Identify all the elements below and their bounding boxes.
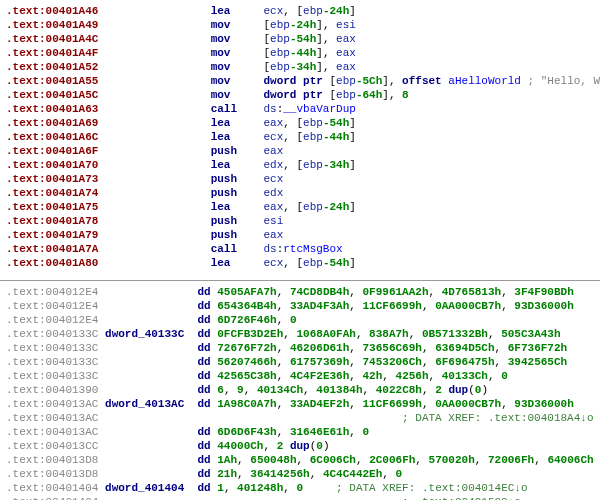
disasm-top-section: .text:00401A46 lea ecx, [ebp-24h].text:0…: [0, 0, 600, 280]
data-row: .text:0040133C dd 42565C38h, 4C4F2E36h, …: [6, 369, 594, 383]
data-row: .text:004012E4 dd 4505AFA7h, 74CD8DB4h, …: [6, 285, 594, 299]
address: .text:00401A73: [6, 173, 98, 185]
directive: dd: [197, 398, 210, 410]
mnemonic: lea: [211, 201, 264, 213]
mnemonic: mov: [211, 75, 264, 87]
address: .text:00401A69: [6, 117, 98, 129]
disasm-row: .text:00401A6F push eax: [6, 144, 594, 158]
data-row: .text:00401404 ; .text:00401580↓o ...: [6, 495, 594, 500]
mnemonic: call: [211, 103, 264, 115]
data-row: .text:0040133C dword_40133C dd 0FCFB3D2E…: [6, 327, 594, 341]
disasm-row: .text:00401A4C mov [ebp-54h], eax: [6, 32, 594, 46]
address: .text:00401404: [6, 482, 98, 494]
mnemonic: push: [211, 173, 264, 185]
address: .text:00401A49: [6, 19, 98, 31]
directive: dd: [197, 342, 210, 354]
mnemonic: push: [211, 215, 264, 227]
address: .text:00401A74: [6, 187, 98, 199]
disasm-row: .text:00401A75 lea eax, [ebp-24h]: [6, 200, 594, 214]
address: .text:00401A79: [6, 229, 98, 241]
mnemonic: call: [211, 243, 264, 255]
address: .text:0040133C: [6, 342, 98, 354]
mnemonic: mov: [211, 89, 264, 101]
data-row: .text:0040133C dd 56207466h, 61757369h, …: [6, 355, 594, 369]
mnemonic: lea: [211, 5, 264, 17]
data-row: .text:004013D8 dd 21h, 36414256h, 4C4C44…: [6, 467, 594, 481]
data-row: .text:0040133C dd 72676F72h, 46206D61h, …: [6, 341, 594, 355]
data-row: .text:004013AC dd 6D6D6F43h, 31646E61h, …: [6, 425, 594, 439]
mnemonic: mov: [211, 61, 264, 73]
mnemonic: push: [211, 187, 264, 199]
address: .text:0040133C: [6, 328, 98, 340]
data-row: .text:004013CC dd 44000Ch, 2 dup(0): [6, 439, 594, 453]
directive: dd: [197, 426, 210, 438]
directive: dd: [197, 370, 210, 382]
address: .text:00401A78: [6, 215, 98, 227]
directive: dd: [197, 314, 210, 326]
disasm-row: .text:00401A5C mov dword ptr [ebp-64h], …: [6, 88, 594, 102]
address: .text:00401A75: [6, 201, 98, 213]
address: .text:004013CC: [6, 440, 98, 452]
disasm-row: .text:00401A80 lea ecx, [ebp-54h]: [6, 256, 594, 270]
address: .text:00401A52: [6, 61, 98, 73]
address: .text:00401A6F: [6, 145, 98, 157]
directive: dd: [197, 286, 210, 298]
address: .text:00401A6C: [6, 131, 98, 143]
disasm-row: .text:00401A46 lea ecx, [ebp-24h]: [6, 4, 594, 18]
disasm-row: .text:00401A69 lea eax, [ebp-54h]: [6, 116, 594, 130]
disasm-row: .text:00401A4F mov [ebp-44h], eax: [6, 46, 594, 60]
address: .text:00401A7A: [6, 243, 98, 255]
address: .text:004013AC: [6, 398, 98, 410]
disasm-row: .text:00401A63 call ds:__vbaVarDup: [6, 102, 594, 116]
address: .text:004013AC: [6, 426, 98, 438]
address: .text:004012E4: [6, 300, 98, 312]
mnemonic: lea: [211, 257, 264, 269]
address: .text:004013D8: [6, 454, 98, 466]
data-row: .text:004013AC ; DATA XREF: .text:004018…: [6, 411, 594, 425]
address: .text:00401A55: [6, 75, 98, 87]
address: .text:0040133C: [6, 370, 98, 382]
disasm-row: .text:00401A79 push eax: [6, 228, 594, 242]
data-row: .text:00401404 dword_401404 dd 1, 401248…: [6, 481, 594, 495]
address: .text:004012E4: [6, 286, 98, 298]
directive: dd: [197, 454, 210, 466]
mnemonic: mov: [211, 33, 264, 45]
mnemonic: mov: [211, 47, 264, 59]
directive: dd: [197, 356, 210, 368]
directive: dd: [197, 440, 210, 452]
directive: dd: [197, 384, 210, 396]
disasm-row: .text:00401A6C lea ecx, [ebp-44h]: [6, 130, 594, 144]
address: .text:00401390: [6, 384, 98, 396]
directive: dd: [197, 482, 210, 494]
mnemonic: mov: [211, 19, 264, 31]
mnemonic: lea: [211, 117, 264, 129]
disasm-row: .text:00401A73 push ecx: [6, 172, 594, 186]
address: .text:00401A46: [6, 5, 98, 17]
disasm-row: .text:00401A52 mov [ebp-34h], eax: [6, 60, 594, 74]
data-row: .text:004013D8 dd 1Ah, 650048h, 6C006Ch,…: [6, 453, 594, 467]
data-row: .text:004012E4 dd 6D726F46h, 0: [6, 313, 594, 327]
directive: dd: [197, 300, 210, 312]
directive: dd: [197, 468, 210, 480]
disasm-row: .text:00401A78 push esi: [6, 214, 594, 228]
address: .text:00401A80: [6, 257, 98, 269]
disasm-row: .text:00401A7A call ds:rtcMsgBox: [6, 242, 594, 256]
directive: dd: [197, 328, 210, 340]
address: .text:00401404: [6, 496, 98, 500]
address: .text:00401A63: [6, 103, 98, 115]
data-row: .text:00401390 dd 6, 9, 40134Ch, 401384h…: [6, 383, 594, 397]
mnemonic: push: [211, 229, 264, 241]
address: .text:0040133C: [6, 356, 98, 368]
address: .text:004013AC: [6, 412, 98, 424]
mnemonic: lea: [211, 159, 264, 171]
data-row: .text:004012E4 dd 654364B4h, 33AD4F3Ah, …: [6, 299, 594, 313]
data-row: .text:004013AC dword_4013AC dd 1A98C0A7h…: [6, 397, 594, 411]
comment: ; "Hello, World!": [521, 75, 600, 87]
symbol-label: dword_40133C: [105, 328, 184, 340]
address: .text:00401A4C: [6, 33, 98, 45]
disasm-bottom-section: .text:004012E4 dd 4505AFA7h, 74CD8DB4h, …: [0, 280, 600, 500]
disasm-row: .text:00401A70 lea edx, [ebp-34h]: [6, 158, 594, 172]
disasm-row: .text:00401A49 mov [ebp-24h], esi: [6, 18, 594, 32]
disasm-row: .text:00401A55 mov dword ptr [ebp-5Ch], …: [6, 74, 594, 88]
symbol-label: dword_401404: [105, 482, 184, 494]
